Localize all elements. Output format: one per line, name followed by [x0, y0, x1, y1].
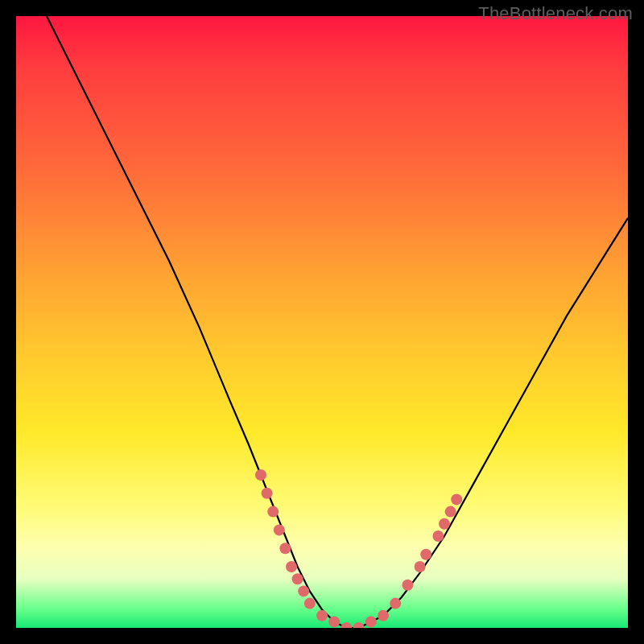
curve-marker	[378, 610, 389, 621]
bottleneck-curve-line	[47, 16, 628, 628]
curve-marker	[274, 524, 285, 535]
curve-marker	[262, 488, 273, 499]
curve-marker	[298, 585, 309, 597]
curve-marker	[328, 616, 340, 627]
curve-marker	[304, 598, 316, 609]
chart-frame	[16, 16, 628, 628]
curve-marker	[445, 506, 456, 518]
curve-marker	[402, 580, 413, 591]
curve-marker	[420, 549, 431, 560]
curve-markers-group	[255, 469, 462, 628]
curve-marker	[432, 530, 444, 542]
curve-marker	[316, 610, 328, 621]
curve-marker	[415, 561, 426, 572]
curve-marker	[255, 469, 266, 481]
curve-marker	[451, 493, 462, 505]
curve-marker	[279, 543, 291, 554]
curve-marker	[267, 506, 279, 518]
curve-marker	[390, 598, 401, 609]
curve-marker	[292, 573, 303, 584]
curve-marker	[353, 622, 365, 628]
watermark-text: TheBottleneck.com	[478, 3, 633, 24]
bottleneck-chart	[16, 16, 628, 628]
curve-marker	[365, 616, 377, 627]
curve-marker	[439, 518, 450, 530]
curve-marker	[286, 561, 297, 572]
curve-marker	[341, 622, 352, 628]
